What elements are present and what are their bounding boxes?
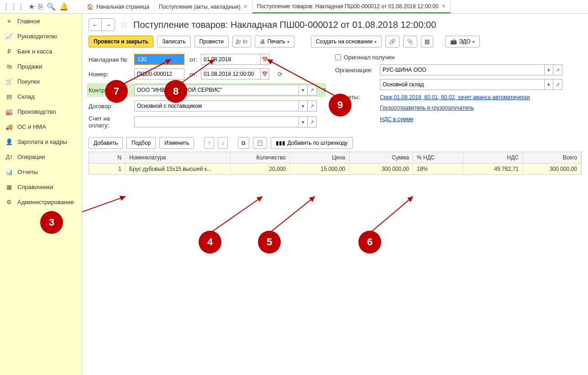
star-icon[interactable]: ★ (28, 2, 35, 11)
dropdown-icon[interactable]: ▾ (299, 116, 308, 127)
calendar-icon[interactable]: 📅 (260, 54, 269, 65)
original-received-checkbox[interactable] (335, 54, 341, 60)
tab-document[interactable]: Поступление товаров: Накладная ПШ00-0000… (252, 0, 451, 13)
sidebar-item-sales[interactable]: 🛍Продажи (0, 59, 82, 74)
open-icon[interactable]: ↗ (553, 79, 562, 90)
calc-link[interactable]: Срок 01.08.2018, 60.01, 60.02, зачет ава… (380, 94, 530, 100)
tab-document-label: Поступление товаров: Накладная ПШ00-0000… (257, 3, 439, 10)
org-input[interactable] (380, 64, 544, 75)
contract-input[interactable] (134, 100, 299, 111)
refresh-icon[interactable]: ⟳ (278, 71, 283, 78)
dropdown-icon[interactable]: ▾ (299, 85, 308, 95)
dt-kt-button[interactable]: ДтКт (232, 36, 252, 48)
move-up-button[interactable]: ↑ (204, 137, 214, 149)
col-total[interactable]: Всего (523, 152, 581, 163)
pick-button[interactable]: Подбор (126, 137, 156, 149)
sidebar-item-reports[interactable]: 📊Отчеты (0, 164, 82, 180)
grid-header: N Номенклатура Количество Цена Сумма % Н… (89, 152, 581, 164)
close-icon[interactable]: ✕ (243, 4, 247, 10)
col-price[interactable]: Цена (290, 152, 349, 163)
dropdown-icon[interactable]: ▾ (544, 79, 553, 90)
cell-n: 1 (89, 164, 126, 174)
sidebar-item-bank[interactable]: ₽Банк и касса (0, 44, 82, 59)
open-icon[interactable]: ↗ (308, 116, 317, 127)
vat-link[interactable]: НДС в сумме (380, 116, 414, 122)
edo-button[interactable]: 📠 ЭДО (445, 36, 480, 48)
sidebar-item-purchases[interactable]: 🛒Покупки (0, 74, 82, 89)
create-based-button[interactable]: Создать на основании (311, 36, 382, 48)
book-icon: ▦ (5, 184, 13, 190)
contract-label: Договор: (89, 103, 131, 110)
number-date-input[interactable] (201, 69, 260, 79)
attach-button[interactable]: 📎 (403, 36, 417, 48)
counterparty-input[interactable] (134, 85, 299, 95)
sidebar-item-label: Зарплата и кадры (17, 138, 67, 145)
col-sum[interactable]: Сумма (349, 152, 413, 163)
open-icon[interactable]: ↗ (553, 64, 562, 75)
svg-line-3 (82, 196, 126, 222)
copy-rows-button[interactable]: ⧉ (238, 137, 249, 149)
sidebar-item-label: Банк и касса (17, 48, 52, 55)
save-button[interactable]: Записать (157, 36, 190, 48)
add-row-button[interactable]: Добавить (89, 137, 123, 149)
sidebar-item-admin[interactable]: ⚙Администрирование (0, 195, 82, 210)
help-icon[interactable]: ? (323, 87, 326, 94)
col-vat[interactable]: % НДС (413, 152, 463, 163)
sidebar-item-label: Производство (17, 108, 56, 115)
barcode-icon: ▮▮▮ (276, 140, 285, 146)
factory-icon: 🏭 (5, 108, 13, 115)
move-down-button[interactable]: ↓ (218, 137, 228, 149)
invoice-date-input[interactable] (201, 54, 260, 65)
bell-icon[interactable]: 🔔 (59, 2, 68, 11)
favorite-star-icon[interactable]: ☆ (120, 19, 129, 31)
payment-invoice-input[interactable] (134, 116, 299, 127)
col-vatsum[interactable]: НДС (463, 152, 523, 163)
paste-rows-button[interactable]: 📋 (253, 137, 267, 149)
forward-button[interactable]: → (102, 19, 115, 31)
action-toolbar: Провести и закрыть Записать Провести ДтК… (89, 36, 582, 48)
apps-icon[interactable]: ⋮⋮⋮ (3, 2, 25, 11)
invoice-no-input[interactable] (134, 54, 184, 65)
col-nomenclature[interactable]: Номенклатура (126, 152, 231, 163)
callout-5: 5 (258, 231, 281, 254)
sidebar-item-salary[interactable]: 👤Зарплата и кадры (0, 134, 82, 149)
post-and-close-button[interactable]: Провести и закрыть (89, 36, 153, 48)
close-icon[interactable]: ✕ (441, 3, 446, 9)
sidebar-item-assets[interactable]: 🚚ОС и НМА (0, 119, 82, 134)
edit-row-button[interactable]: Изменить (159, 137, 194, 149)
col-quantity[interactable]: Количество (231, 152, 290, 163)
sidebar-item-references[interactable]: ▦Справочники (0, 180, 82, 195)
copy-icon[interactable]: ⎘ (38, 3, 43, 11)
sidebar-item-production[interactable]: 🏭Производство (0, 104, 82, 119)
print-button[interactable]: 🖨 Печать (255, 36, 294, 48)
add-by-barcode-button[interactable]: ▮▮▮ Добавить по штрихкоду (271, 137, 352, 149)
registers-button[interactable]: ▤ (421, 36, 433, 48)
gear-icon: ⚙ (5, 199, 13, 206)
sidebar-item-label: Продажи (17, 63, 42, 70)
sidebar-item-manager[interactable]: 📈Руководителю (0, 29, 82, 44)
tab-receipts[interactable]: Поступление (акты, накладные) ✕ (154, 0, 252, 13)
tabs: 🏠 Начальная страница Поступление (акты, … (82, 0, 451, 13)
number-input[interactable] (134, 69, 184, 79)
table-row[interactable]: 1 Брус дубовый 15х15 высшей к... 20,000 … (89, 164, 581, 174)
dropdown-icon[interactable]: ▾ (544, 64, 553, 75)
dropdown-icon[interactable]: ▾ (299, 100, 308, 111)
calendar-icon[interactable]: 📅 (260, 69, 269, 79)
search-icon[interactable]: 🔍 (47, 2, 56, 11)
cell-price: 15 000,00 (290, 164, 349, 174)
open-icon[interactable]: ↗ (308, 85, 317, 95)
post-button[interactable]: Провести (194, 36, 229, 48)
tab-home[interactable]: 🏠 Начальная страница (82, 0, 154, 13)
sidebar-item-operations[interactable]: ДтОперации (0, 149, 82, 164)
sidebar-item-warehouse[interactable]: ▤Склад (0, 89, 82, 104)
warehouse-input[interactable] (380, 79, 544, 90)
col-n[interactable]: N (89, 152, 126, 163)
link-button[interactable]: 🔗 (385, 36, 399, 48)
sidebar-item-main[interactable]: ≡Главное (0, 14, 82, 29)
consignor-link[interactable]: Грузоотправитель и грузополучатель (380, 105, 474, 111)
boxes-icon: ▤ (5, 93, 13, 100)
bag-icon: 🛍 (5, 63, 13, 70)
open-icon[interactable]: ↗ (308, 100, 317, 111)
back-button[interactable]: ← (89, 19, 102, 31)
tab-home-label: Начальная страница (96, 4, 149, 10)
